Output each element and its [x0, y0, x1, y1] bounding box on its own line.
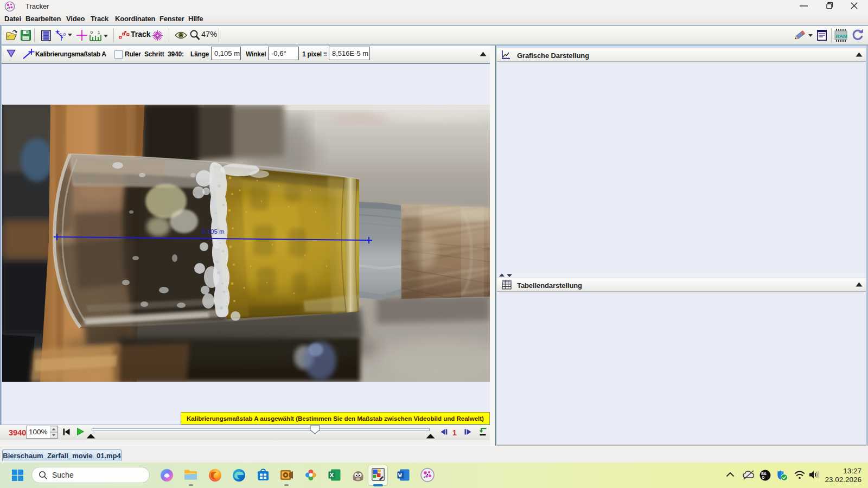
svg-text:0: 0: [91, 30, 93, 35]
svg-text:1.0: 1.0: [60, 32, 66, 37]
svg-text:RAM: RAM: [835, 33, 847, 39]
svg-text:O: O: [762, 476, 764, 479]
svg-text:1: 1: [98, 30, 100, 35]
svg-text:0,105 m: 0,105 m: [202, 228, 225, 235]
svg-text:B&: B&: [761, 472, 767, 476]
